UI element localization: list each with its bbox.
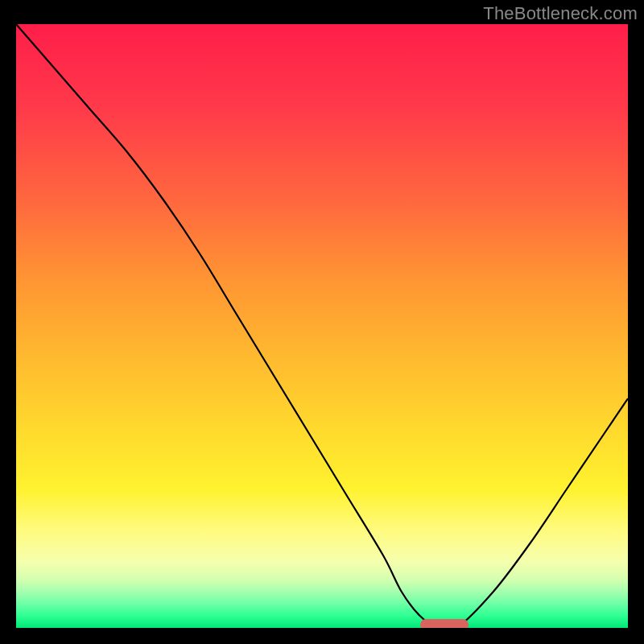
watermark-text: TheBottleneck.com: [483, 3, 638, 24]
plot-area: [16, 24, 628, 628]
chart-frame: TheBottleneck.com: [0, 0, 644, 644]
curve-path: [16, 24, 628, 628]
bottleneck-curve: [16, 24, 628, 628]
optimal-zone-marker: [420, 619, 469, 628]
